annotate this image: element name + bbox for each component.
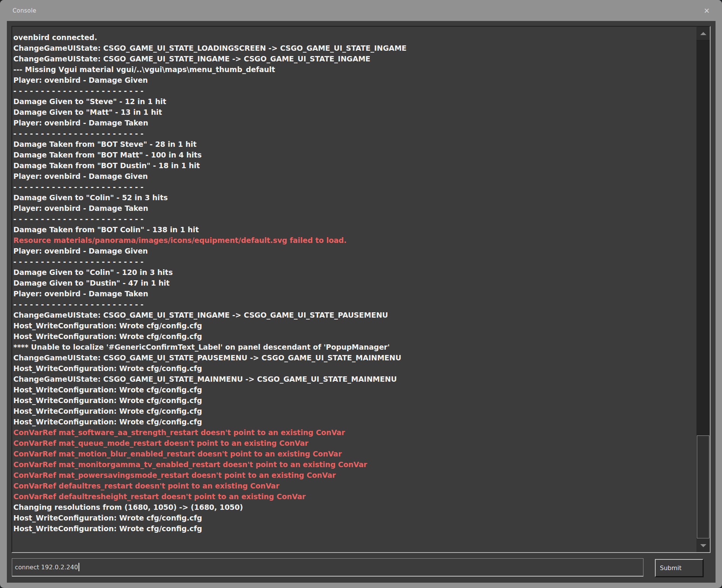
log-line: Damage Taken from "BOT Colin" - 138 in 1…	[13, 224, 693, 235]
triangle-up-icon	[700, 32, 706, 35]
scroll-up-button[interactable]	[696, 27, 710, 40]
command-input[interactable]: connect 192.0.2.240	[12, 558, 643, 577]
log-line: **** Unable to localize '#GenericConfirm…	[13, 342, 693, 352]
console-log: ovenbird connected.ChangeGameUIState: CS…	[13, 32, 693, 552]
log-line: Damage Given to "Colin" - 52 in 3 hits	[13, 192, 693, 203]
text-caret	[79, 563, 79, 571]
log-line: ConVarRef mat_powersavingsmode_restart d…	[13, 470, 693, 480]
log-line: Player: ovenbird - Damage Taken	[13, 117, 693, 128]
log-line: Changing resolutions from (1680, 1050) -…	[13, 502, 693, 512]
log-line: --- Missing Vgui material vgui/..\vgui\m…	[13, 64, 693, 75]
log-line: Player: ovenbird - Damage Given	[13, 75, 693, 85]
log-line: ChangeGameUIState: CSGO_GAME_UI_STATE_MA…	[13, 374, 693, 384]
log-line: Host_WriteConfiguration: Wrote cfg/confi…	[13, 363, 693, 374]
log-line: ConVarRef mat_queue_mode_restart doesn't…	[13, 438, 693, 448]
log-line: Damage Taken from "BOT Dustin" - 18 in 1…	[13, 160, 693, 171]
log-line: ChangeGameUIState: CSGO_GAME_UI_STATE_IN…	[13, 53, 693, 64]
log-line: Damage Given to "Matt" - 13 in 1 hit	[13, 107, 693, 117]
log-line: Resource materials/panorama/images/icons…	[13, 235, 693, 246]
command-input-value: connect 192.0.2.240	[15, 564, 78, 571]
log-line: Host_WriteConfiguration: Wrote cfg/confi…	[13, 416, 693, 427]
log-line: ConVarRef mat_motion_blur_enabled_restar…	[13, 448, 693, 459]
log-line: - - - - - - - - - - - - - - - - - - - - …	[13, 182, 693, 192]
log-line: Damage Given to "Steve" - 12 in 1 hit	[13, 96, 693, 107]
window-title: Console	[13, 7, 36, 14]
log-line: - - - - - - - - - - - - - - - - - - - - …	[13, 128, 693, 139]
log-line: Host_WriteConfiguration: Wrote cfg/confi…	[13, 395, 693, 406]
log-line: Host_WriteConfiguration: Wrote cfg/confi…	[13, 512, 693, 523]
log-line: - - - - - - - - - - - - - - - - - - - - …	[13, 256, 693, 267]
log-line: ConVarRef mat_monitorgamma_tv_enabled_re…	[13, 459, 693, 470]
scroll-down-button[interactable]	[696, 538, 710, 552]
log-line: ovenbird connected.	[13, 32, 693, 43]
log-line: Damage Given to "Dustin" - 47 in 1 hit	[13, 278, 693, 288]
log-line: ConVarRef mat_software_aa_strength_resta…	[13, 427, 693, 438]
log-line: Damage Given to "Colin" - 120 in 3 hits	[13, 267, 693, 278]
log-line: Host_WriteConfiguration: Wrote cfg/confi…	[13, 523, 693, 534]
log-line: Host_WriteConfiguration: Wrote cfg/confi…	[13, 384, 693, 395]
log-line: - - - - - - - - - - - - - - - - - - - - …	[13, 214, 693, 224]
log-line: ChangeGameUIState: CSGO_GAME_UI_STATE_LO…	[13, 43, 693, 53]
triangle-down-icon	[700, 544, 706, 547]
log-line: Player: ovenbird - Damage Given	[13, 246, 693, 256]
log-line: ChangeGameUIState: CSGO_GAME_UI_STATE_IN…	[13, 310, 693, 320]
submit-button[interactable]: Submit	[655, 559, 703, 577]
console-log-area: ovenbird connected.ChangeGameUIState: CS…	[11, 26, 711, 553]
console-body: ovenbird connected.ChangeGameUIState: CS…	[7, 21, 716, 583]
log-line: Damage Taken from "BOT Matt" - 100 in 4 …	[13, 149, 693, 160]
scrollbar-thumb[interactable]	[697, 435, 709, 538]
log-line: ConVarRef defaultres_restart doesn't poi…	[13, 480, 693, 491]
log-line: - - - - - - - - - - - - - - - - - - - - …	[13, 85, 693, 96]
log-line: ConVarRef defaultresheight_restart doesn…	[13, 491, 693, 502]
log-line: - - - - - - - - - - - - - - - - - - - - …	[13, 299, 693, 310]
log-line: Host_WriteConfiguration: Wrote cfg/confi…	[13, 331, 693, 342]
close-icon[interactable]: ✕	[702, 6, 711, 15]
screen: Console ✕ ovenbird connected.ChangeGameU…	[0, 0, 722, 588]
log-line: Host_WriteConfiguration: Wrote cfg/confi…	[13, 406, 693, 416]
titlebar[interactable]: Console ✕	[0, 0, 722, 21]
log-line: Player: ovenbird - Damage Taken	[13, 288, 693, 299]
log-line: Host_WriteConfiguration: Wrote cfg/confi…	[13, 320, 693, 331]
log-line: Damage Taken from "BOT Steve" - 28 in 1 …	[13, 139, 693, 149]
scrollbar[interactable]	[696, 27, 710, 552]
log-line: Player: ovenbird - Damage Given	[13, 171, 693, 182]
console-window: Console ✕ ovenbird connected.ChangeGameU…	[0, 0, 722, 588]
log-line: Player: ovenbird - Damage Taken	[13, 203, 693, 214]
log-line: ChangeGameUIState: CSGO_GAME_UI_STATE_PA…	[13, 352, 693, 363]
